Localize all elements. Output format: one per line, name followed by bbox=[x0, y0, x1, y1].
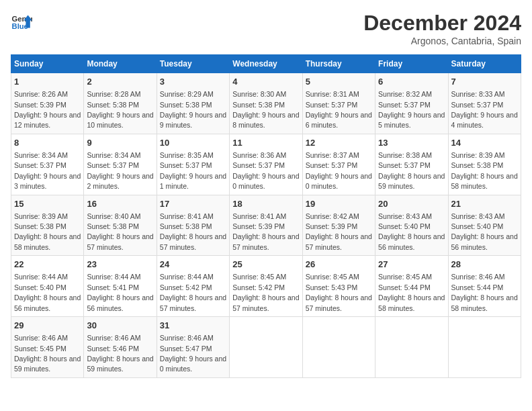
day-info: Sunrise: 8:35 AMSunset: 5:37 PMDaylight:… bbox=[160, 151, 226, 190]
day-number: 5 bbox=[306, 76, 372, 88]
day-number: 19 bbox=[306, 198, 372, 210]
day-info: Sunrise: 8:46 AMSunset: 5:45 PMDaylight:… bbox=[14, 334, 81, 373]
day-info: Sunrise: 8:41 AMSunset: 5:39 PMDaylight:… bbox=[232, 212, 299, 251]
calendar-cell bbox=[230, 317, 302, 378]
calendar-cell: 16 Sunrise: 8:40 AMSunset: 5:38 PMDaylig… bbox=[84, 195, 157, 256]
day-number: 25 bbox=[232, 259, 299, 271]
day-info: Sunrise: 8:32 AMSunset: 5:37 PMDaylight:… bbox=[378, 90, 445, 129]
day-info: Sunrise: 8:43 AMSunset: 5:40 PMDaylight:… bbox=[378, 212, 445, 251]
day-number: 31 bbox=[160, 320, 226, 332]
day-info: Sunrise: 8:45 AMSunset: 5:44 PMDaylight:… bbox=[378, 273, 445, 312]
day-number: 12 bbox=[306, 137, 372, 149]
weekday-header-friday: Friday bbox=[375, 55, 448, 73]
day-info: Sunrise: 8:28 AMSunset: 5:38 PMDaylight:… bbox=[87, 90, 153, 129]
day-info: Sunrise: 8:42 AMSunset: 5:39 PMDaylight:… bbox=[306, 212, 372, 251]
day-info: Sunrise: 8:45 AMSunset: 5:42 PMDaylight:… bbox=[232, 273, 299, 312]
calendar-week-row: 22 Sunrise: 8:44 AMSunset: 5:40 PMDaylig… bbox=[11, 256, 521, 317]
calendar-cell: 2 Sunrise: 8:28 AMSunset: 5:38 PMDayligh… bbox=[84, 73, 157, 134]
day-number: 14 bbox=[451, 137, 518, 149]
calendar-cell bbox=[302, 317, 375, 378]
day-number: 2 bbox=[87, 76, 153, 88]
day-info: Sunrise: 8:46 AMSunset: 5:46 PMDaylight:… bbox=[87, 334, 153, 373]
day-info: Sunrise: 8:26 AMSunset: 5:39 PMDaylight:… bbox=[14, 90, 81, 129]
calendar-cell: 25 Sunrise: 8:45 AMSunset: 5:42 PMDaylig… bbox=[230, 256, 302, 317]
title-area: December 2024 Argonos, Cantabria, Spain bbox=[363, 11, 521, 46]
day-number: 10 bbox=[160, 137, 226, 149]
weekday-header-row: SundayMondayTuesdayWednesdayThursdayFrid… bbox=[11, 55, 521, 73]
day-number: 30 bbox=[87, 320, 153, 332]
calendar-cell: 14 Sunrise: 8:39 AMSunset: 5:38 PMDaylig… bbox=[448, 134, 521, 195]
calendar-cell: 1 Sunrise: 8:26 AMSunset: 5:39 PMDayligh… bbox=[11, 73, 84, 134]
calendar-cell: 5 Sunrise: 8:31 AMSunset: 5:37 PMDayligh… bbox=[302, 73, 375, 134]
calendar-cell: 18 Sunrise: 8:41 AMSunset: 5:39 PMDaylig… bbox=[230, 195, 302, 256]
day-number: 15 bbox=[14, 198, 81, 210]
day-number: 23 bbox=[87, 259, 153, 271]
calendar-cell: 19 Sunrise: 8:42 AMSunset: 5:39 PMDaylig… bbox=[302, 195, 375, 256]
calendar-cell: 29 Sunrise: 8:46 AMSunset: 5:45 PMDaylig… bbox=[11, 317, 84, 378]
day-info: Sunrise: 8:43 AMSunset: 5:40 PMDaylight:… bbox=[451, 212, 518, 251]
day-info: Sunrise: 8:40 AMSunset: 5:38 PMDaylight:… bbox=[87, 212, 153, 251]
calendar-cell: 10 Sunrise: 8:35 AMSunset: 5:37 PMDaylig… bbox=[157, 134, 229, 195]
calendar-cell: 11 Sunrise: 8:36 AMSunset: 5:37 PMDaylig… bbox=[230, 134, 302, 195]
day-number: 24 bbox=[160, 259, 226, 271]
day-number: 17 bbox=[160, 198, 226, 210]
day-info: Sunrise: 8:31 AMSunset: 5:37 PMDaylight:… bbox=[306, 90, 372, 129]
day-number: 9 bbox=[87, 137, 153, 149]
calendar-week-row: 8 Sunrise: 8:34 AMSunset: 5:37 PMDayligh… bbox=[11, 134, 521, 195]
calendar-cell: 13 Sunrise: 8:38 AMSunset: 5:37 PMDaylig… bbox=[375, 134, 448, 195]
day-number: 22 bbox=[14, 259, 81, 271]
logo-icon: General Blue bbox=[11, 11, 32, 32]
day-info: Sunrise: 8:39 AMSunset: 5:38 PMDaylight:… bbox=[451, 151, 518, 190]
calendar-cell: 20 Sunrise: 8:43 AMSunset: 5:40 PMDaylig… bbox=[375, 195, 448, 256]
day-info: Sunrise: 8:46 AMSunset: 5:44 PMDaylight:… bbox=[451, 273, 518, 312]
svg-text:Blue: Blue bbox=[12, 22, 28, 30]
day-number: 18 bbox=[232, 198, 299, 210]
calendar-cell: 26 Sunrise: 8:45 AMSunset: 5:43 PMDaylig… bbox=[302, 256, 375, 317]
location-title: Argonos, Cantabria, Spain bbox=[363, 36, 521, 46]
day-info: Sunrise: 8:37 AMSunset: 5:37 PMDaylight:… bbox=[306, 151, 372, 190]
day-number: 20 bbox=[378, 198, 445, 210]
day-number: 13 bbox=[378, 137, 445, 149]
header: General Blue December 2024 Argonos, Cant… bbox=[11, 11, 521, 46]
calendar-cell: 27 Sunrise: 8:45 AMSunset: 5:44 PMDaylig… bbox=[375, 256, 448, 317]
day-number: 26 bbox=[306, 259, 372, 271]
calendar-cell: 22 Sunrise: 8:44 AMSunset: 5:40 PMDaylig… bbox=[11, 256, 84, 317]
calendar-cell: 7 Sunrise: 8:33 AMSunset: 5:37 PMDayligh… bbox=[448, 73, 521, 134]
calendar-cell bbox=[375, 317, 448, 378]
calendar-cell: 8 Sunrise: 8:34 AMSunset: 5:37 PMDayligh… bbox=[11, 134, 84, 195]
weekday-header-saturday: Saturday bbox=[448, 55, 521, 73]
day-number: 3 bbox=[160, 76, 226, 88]
day-number: 8 bbox=[14, 137, 81, 149]
day-info: Sunrise: 8:29 AMSunset: 5:38 PMDaylight:… bbox=[160, 90, 226, 129]
day-number: 16 bbox=[87, 198, 153, 210]
calendar-cell: 23 Sunrise: 8:44 AMSunset: 5:41 PMDaylig… bbox=[84, 256, 157, 317]
calendar-cell: 4 Sunrise: 8:30 AMSunset: 5:38 PMDayligh… bbox=[230, 73, 302, 134]
day-info: Sunrise: 8:45 AMSunset: 5:43 PMDaylight:… bbox=[306, 273, 372, 312]
calendar-cell: 21 Sunrise: 8:43 AMSunset: 5:40 PMDaylig… bbox=[448, 195, 521, 256]
day-number: 1 bbox=[14, 76, 81, 88]
month-title: December 2024 bbox=[363, 11, 521, 36]
day-info: Sunrise: 8:39 AMSunset: 5:38 PMDaylight:… bbox=[14, 212, 81, 251]
day-number: 28 bbox=[451, 259, 518, 271]
day-number: 29 bbox=[14, 320, 81, 332]
day-number: 11 bbox=[232, 137, 299, 149]
calendar-table: SundayMondayTuesdayWednesdayThursdayFrid… bbox=[11, 54, 521, 378]
calendar-cell: 15 Sunrise: 8:39 AMSunset: 5:38 PMDaylig… bbox=[11, 195, 84, 256]
weekday-header-tuesday: Tuesday bbox=[157, 55, 229, 73]
calendar-cell: 30 Sunrise: 8:46 AMSunset: 5:46 PMDaylig… bbox=[84, 317, 157, 378]
day-number: 4 bbox=[232, 76, 299, 88]
calendar-week-row: 15 Sunrise: 8:39 AMSunset: 5:38 PMDaylig… bbox=[11, 195, 521, 256]
day-number: 27 bbox=[378, 259, 445, 271]
day-info: Sunrise: 8:36 AMSunset: 5:37 PMDaylight:… bbox=[232, 151, 299, 190]
day-info: Sunrise: 8:34 AMSunset: 5:37 PMDaylight:… bbox=[87, 151, 153, 190]
calendar-week-row: 1 Sunrise: 8:26 AMSunset: 5:39 PMDayligh… bbox=[11, 73, 521, 134]
day-info: Sunrise: 8:46 AMSunset: 5:47 PMDaylight:… bbox=[160, 334, 226, 373]
calendar-cell: 9 Sunrise: 8:34 AMSunset: 5:37 PMDayligh… bbox=[84, 134, 157, 195]
day-info: Sunrise: 8:44 AMSunset: 5:41 PMDaylight:… bbox=[87, 273, 153, 312]
day-info: Sunrise: 8:30 AMSunset: 5:38 PMDaylight:… bbox=[232, 90, 299, 129]
day-info: Sunrise: 8:34 AMSunset: 5:37 PMDaylight:… bbox=[14, 151, 81, 190]
weekday-header-sunday: Sunday bbox=[11, 55, 84, 73]
logo: General Blue bbox=[11, 11, 32, 32]
calendar-cell bbox=[448, 317, 521, 378]
calendar-cell: 6 Sunrise: 8:32 AMSunset: 5:37 PMDayligh… bbox=[375, 73, 448, 134]
